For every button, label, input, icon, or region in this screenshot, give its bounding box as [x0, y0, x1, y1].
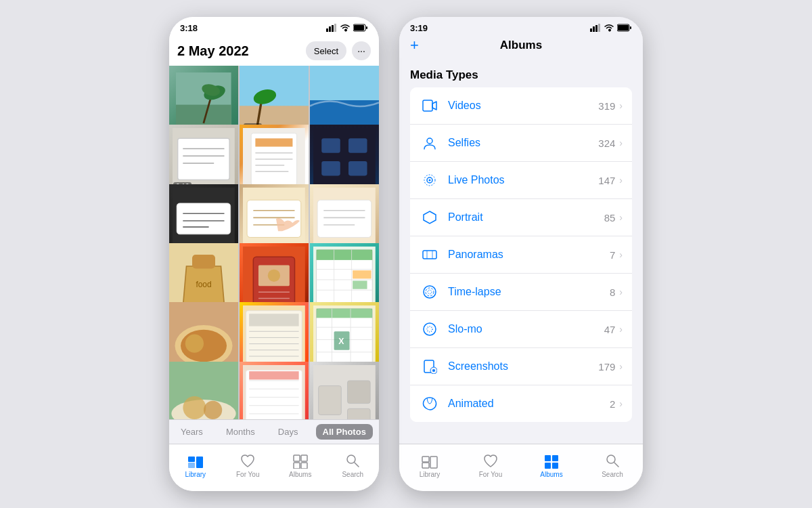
svg-point-138 — [432, 369, 435, 372]
photo-cell[interactable] — [310, 362, 379, 419]
svg-rect-113 — [301, 463, 307, 469]
svg-rect-25 — [255, 139, 292, 147]
svg-rect-68 — [353, 281, 367, 289]
animated-icon — [420, 394, 440, 414]
svg-rect-12 — [240, 66, 309, 106]
selfies-chevron: › — [619, 137, 623, 148]
tab-library-left[interactable]: Library — [169, 452, 222, 478]
right-content: Media Types Videos 319 › — [399, 58, 643, 444]
slomo-chevron: › — [619, 324, 623, 335]
svg-rect-16 — [310, 66, 379, 100]
svg-rect-152 — [552, 463, 558, 469]
screenshots-icon — [420, 356, 440, 377]
list-item-selfies[interactable]: Selfies 324 › — [410, 125, 632, 162]
time-navigation: Years Months Days All Photos — [169, 419, 379, 444]
list-item-animated[interactable]: Animated 2 › — [410, 385, 632, 422]
live-photos-count: 147 — [598, 175, 615, 186]
list-item-timelapse[interactable]: Time-lapse 8 › — [410, 274, 632, 311]
photo-cell[interactable] — [169, 362, 238, 419]
svg-rect-119 — [598, 24, 600, 32]
photo-content — [313, 247, 376, 309]
utilities-section-title: Utilities — [399, 438, 643, 444]
selfies-icon — [420, 133, 440, 153]
timelapse-icon — [420, 282, 440, 302]
screenshots-chevron: › — [619, 361, 623, 372]
svg-rect-123 — [423, 100, 432, 111]
svg-rect-61 — [317, 250, 373, 260]
svg-rect-67 — [353, 270, 371, 278]
svg-rect-19 — [178, 139, 229, 180]
svg-rect-33 — [321, 161, 340, 175]
svg-rect-75 — [249, 314, 298, 326]
list-item-videos[interactable]: Videos 319 › — [410, 87, 632, 125]
for-you-icon — [239, 452, 256, 469]
animated-chevron: › — [619, 398, 623, 409]
svg-rect-3 — [334, 24, 336, 32]
tab-albums-right[interactable]: Albums — [521, 452, 582, 478]
photo-header: 2 May 2022 Select ··· — [169, 39, 379, 66]
svg-rect-112 — [294, 463, 300, 469]
left-status-icons — [326, 24, 368, 32]
albums-icon — [292, 452, 309, 469]
svg-rect-122 — [630, 26, 631, 29]
svg-line-115 — [355, 463, 359, 467]
tab-search-label-right: Search — [602, 471, 623, 478]
tab-for-you-left[interactable]: For You — [222, 452, 275, 478]
left-time: 3:18 — [180, 23, 198, 33]
days-button[interactable]: Days — [273, 424, 304, 440]
left-phone: 3:18 2 May 2022 Select ··· — [169, 17, 379, 491]
all-photos-button[interactable]: All Photos — [316, 424, 373, 440]
svg-point-56 — [268, 270, 280, 282]
svg-rect-108 — [188, 463, 195, 468]
search-tab-icon — [604, 452, 621, 469]
tab-library-right[interactable]: Library — [399, 452, 460, 478]
slomo-count: 47 — [604, 324, 616, 335]
header-buttons: Select ··· — [306, 41, 371, 60]
panoramas-count: 7 — [610, 249, 615, 261]
photo-cell[interactable] — [240, 362, 309, 419]
photo-content: X — [313, 305, 376, 368]
list-item-slomo[interactable]: Slo-mo 47 › — [410, 311, 632, 348]
right-tab-bar: Library For You Albums — [399, 444, 643, 491]
add-album-button[interactable]: + — [410, 37, 419, 54]
right-status-icons — [590, 24, 632, 32]
timelapse-count: 8 — [610, 287, 615, 298]
list-item-live-photos[interactable]: Live Photos 147 › — [410, 162, 632, 199]
svg-rect-1 — [329, 26, 331, 32]
svg-rect-105 — [348, 381, 371, 404]
tab-search-left[interactable]: Search — [327, 452, 380, 478]
svg-point-153 — [607, 455, 615, 463]
videos-chevron: › — [619, 100, 623, 111]
tab-search-label: Search — [342, 471, 363, 478]
photo-thumbnail — [310, 362, 379, 419]
svg-rect-151 — [545, 463, 551, 469]
svg-point-135 — [427, 326, 432, 332]
timelapse-chevron: › — [619, 287, 623, 297]
right-status-bar: 3:19 — [399, 17, 643, 39]
tab-search-right[interactable]: Search — [582, 452, 643, 478]
svg-rect-116 — [590, 28, 592, 32]
panoramas-label: Panoramas — [448, 249, 610, 261]
svg-point-93 — [183, 396, 206, 419]
svg-rect-2 — [332, 25, 334, 32]
svg-rect-5 — [354, 25, 364, 30]
tab-albums-left[interactable]: Albums — [274, 452, 327, 478]
live-photos-chevron: › — [619, 175, 623, 186]
list-item-panoramas[interactable]: Panoramas 7 › — [410, 236, 632, 274]
svg-rect-128 — [423, 251, 436, 259]
more-button[interactable]: ··· — [352, 41, 371, 60]
left-status-bar: 3:18 — [169, 17, 379, 39]
list-item-screenshots[interactable]: Screenshots 179 › — [410, 348, 632, 385]
months-button[interactable]: Months — [221, 424, 261, 440]
list-item-portrait[interactable]: Portrait 85 › — [410, 199, 632, 236]
svg-rect-31 — [321, 139, 340, 153]
media-types-section-title: Media Types — [399, 58, 643, 87]
select-button[interactable]: Select — [306, 41, 346, 60]
tab-library-label-right: Library — [420, 471, 441, 478]
svg-text:X: X — [338, 337, 344, 346]
tab-for-you-label-right: For You — [479, 471, 502, 478]
photo-content — [173, 128, 235, 190]
years-button[interactable]: Years — [175, 424, 208, 440]
tab-for-you-right[interactable]: For You — [460, 452, 521, 478]
videos-label: Videos — [448, 100, 598, 112]
